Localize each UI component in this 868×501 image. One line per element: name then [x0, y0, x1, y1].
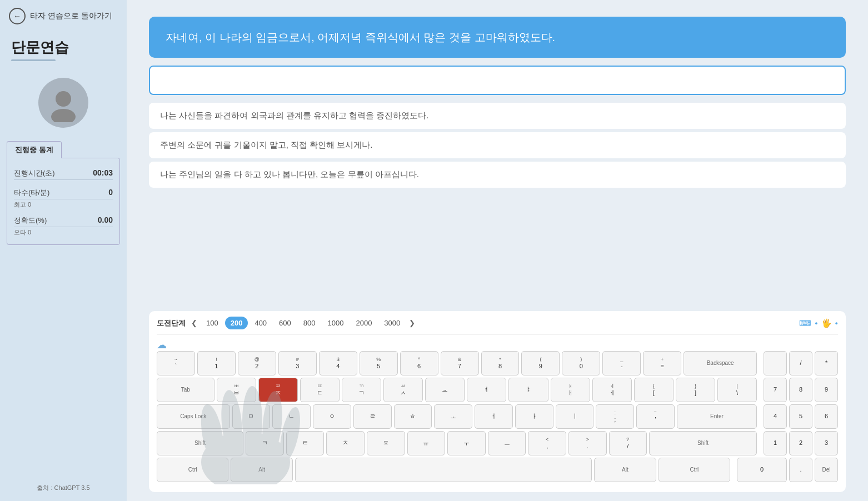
key-tab[interactable]: Tab: [157, 378, 214, 402]
key-ctrl-right[interactable]: Ctrl: [659, 458, 730, 482]
key-backspace[interactable]: Backspace: [684, 351, 757, 375]
level-600[interactable]: 600: [273, 317, 297, 329]
key-f[interactable]: ㄹ: [353, 404, 392, 429]
key-a[interactable]: ㅁ: [232, 404, 271, 429]
key-o[interactable]: ㅒㅐ: [551, 378, 590, 402]
key-slash[interactable]: ?/: [609, 431, 647, 455]
key-h[interactable]: ㅗ: [434, 404, 472, 429]
key-num8[interactable]: 8: [789, 378, 812, 402]
key-num0[interactable]: 0: [737, 458, 787, 482]
key-row-5: Ctrl Alt Alt Ctrl 0 . Del: [157, 458, 838, 482]
key-v[interactable]: ㅍ: [367, 431, 405, 455]
key-space[interactable]: [295, 458, 592, 482]
key-2[interactable]: @2: [238, 351, 276, 375]
key-d[interactable]: ㅇ: [313, 404, 351, 429]
key-numdiv[interactable]: /: [789, 351, 812, 375]
back-arrow-icon: ←: [9, 8, 26, 24]
key-b[interactable]: ㅠ: [407, 431, 446, 455]
key-row-2: Tab ㅃㅂ ㅉㅈ ㄸㄷ ㄲㄱ ㅆㅅ ㅛ ㅕ ㅑ ㅒㅐ ㅖㅔ {[ }] |\ …: [157, 378, 838, 402]
key-bracket-open[interactable]: {[: [634, 378, 674, 402]
key-numdel[interactable]: Del: [815, 458, 838, 482]
key-x[interactable]: ㅌ: [286, 431, 325, 455]
stats-box: 진행시간(초) 00:03 타수(타/분) 0 최고 0 정확도(%) 0.00…: [7, 158, 120, 245]
key-period[interactable]: >.: [568, 431, 607, 455]
key-6[interactable]: ^6: [400, 351, 438, 375]
key-r[interactable]: ㄲㄱ: [342, 378, 381, 402]
key-num7[interactable]: 7: [764, 378, 787, 402]
key-num3[interactable]: 3: [815, 431, 838, 455]
key-i[interactable]: ㅑ: [508, 378, 548, 402]
key-0[interactable]: )0: [562, 351, 600, 375]
key-m[interactable]: ㅡ: [488, 431, 526, 455]
key-c[interactable]: ㅊ: [326, 431, 365, 455]
key-y[interactable]: ㅛ: [425, 378, 465, 402]
key-alt-left[interactable]: Alt: [231, 458, 293, 482]
key-w[interactable]: ㅉㅈ: [258, 378, 298, 402]
dot-icon2: ●: [835, 320, 838, 326]
key-quote[interactable]: "': [636, 404, 675, 429]
stat-sub-speed: 최고 0: [14, 201, 113, 211]
key-g[interactable]: ㅎ: [394, 404, 432, 429]
key-backtick[interactable]: ~`: [157, 351, 195, 375]
level-400[interactable]: 400: [249, 317, 272, 329]
avatar: [38, 78, 88, 128]
key-num9[interactable]: 9: [815, 378, 838, 402]
key-j[interactable]: ㅓ: [475, 404, 513, 429]
key-u[interactable]: ㅕ: [467, 378, 506, 402]
level-100[interactable]: 100: [201, 317, 224, 329]
back-button[interactable]: ← 타자 연습으로 돌아가기: [0, 0, 127, 32]
key-q[interactable]: ㅃㅂ: [217, 378, 256, 402]
level-200[interactable]: 200: [225, 317, 248, 329]
key-shift-left[interactable]: Shift: [157, 431, 243, 455]
key-numlock[interactable]: [764, 351, 787, 375]
key-equals[interactable]: +=: [643, 351, 681, 375]
key-minus[interactable]: _-: [602, 351, 641, 375]
key-3[interactable]: #3: [278, 351, 317, 375]
key-p[interactable]: ㅖㅔ: [592, 378, 632, 402]
key-k[interactable]: ㅏ: [515, 404, 553, 429]
key-capslock[interactable]: Caps Lock: [157, 404, 230, 429]
key-n[interactable]: ㅜ: [447, 431, 486, 455]
level-next-button[interactable]: ❯: [407, 318, 417, 328]
key-t[interactable]: ㅆㅅ: [383, 378, 423, 402]
key-bracket-close[interactable]: }]: [676, 378, 715, 402]
key-s[interactable]: ㄴ: [272, 404, 311, 429]
key-alt-right[interactable]: Alt: [594, 458, 656, 482]
key-num4[interactable]: 4: [764, 404, 787, 429]
level-3000[interactable]: 3000: [378, 317, 406, 329]
level-1000[interactable]: 1000: [322, 317, 350, 329]
key-enter[interactable]: Enter: [677, 404, 757, 429]
keyboard-header: 도전단계 ❮ 100 200 400 600 800 1000 2000 300…: [157, 317, 838, 334]
key-1[interactable]: !1: [197, 351, 236, 375]
keyboard-icon: ⌨: [799, 318, 811, 328]
key-5[interactable]: %5: [360, 351, 398, 375]
hand-icon: 🖐: [821, 318, 832, 328]
key-nummul[interactable]: *: [815, 351, 838, 375]
stat-sub-accuracy: 오타 0: [14, 228, 113, 239]
key-num5[interactable]: 5: [789, 404, 812, 429]
level-800[interactable]: 800: [298, 317, 321, 329]
key-comma[interactable]: <,: [528, 431, 566, 455]
key-shift-right[interactable]: Shift: [649, 431, 757, 455]
key-num6[interactable]: 6: [815, 404, 838, 429]
key-9[interactable]: (9: [521, 351, 560, 375]
keyboard-plus-numpad: ~` !1 @2 #3 $4 %5 ^6 &7 *8 (9 )0 _- += B…: [157, 351, 838, 484]
key-ctrl-left[interactable]: Ctrl: [157, 458, 228, 482]
key-l[interactable]: ㅣ: [556, 404, 594, 429]
typing-input[interactable]: [149, 66, 846, 95]
key-semicolon[interactable]: :;: [596, 404, 634, 429]
key-4[interactable]: $4: [319, 351, 357, 375]
key-7[interactable]: &7: [441, 351, 479, 375]
key-numdot[interactable]: .: [789, 458, 812, 482]
key-e[interactable]: ㄸㄷ: [300, 378, 340, 402]
stat-label-time: 진행시간(초): [14, 168, 55, 178]
stat-value-accuracy: 0.00: [98, 216, 113, 224]
upcoming-item-1: 나는 사신들을 파견하여 외국과의 관계를 유지하고 협력을 증진하였도다.: [149, 103, 846, 129]
key-num2[interactable]: 2: [789, 431, 812, 455]
key-backslash[interactable]: |\: [717, 378, 757, 402]
key-num1[interactable]: 1: [764, 431, 787, 455]
level-prev-button[interactable]: ❮: [189, 318, 199, 328]
key-z[interactable]: ㅋ: [246, 431, 284, 455]
level-2000[interactable]: 2000: [350, 317, 377, 329]
key-8[interactable]: *8: [481, 351, 520, 375]
